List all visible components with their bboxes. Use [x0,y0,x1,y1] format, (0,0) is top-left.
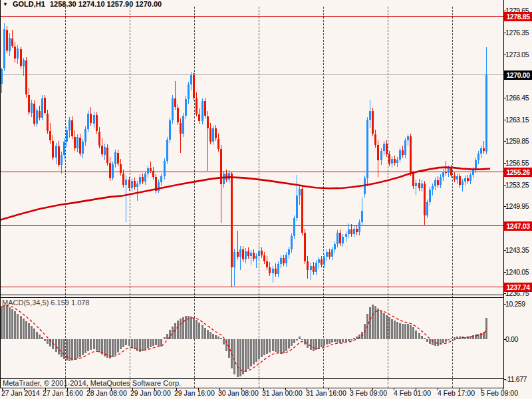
time-axis-label: 28 Jan 08:00 [86,389,127,397]
candle-body [280,258,282,264]
macd-histogram-bar [383,313,385,339]
macd-axis-label: -11.677 [505,375,527,383]
macd-histogram-bar [231,339,233,368]
macd-histogram-bar [475,334,477,339]
candle-body [310,266,312,270]
candle-body [237,252,239,257]
price-level-line[interactable] [0,287,503,287]
macd-histogram-bar [17,314,19,339]
candle-body [432,186,434,190]
candle-body [144,174,146,182]
price-level-line[interactable] [0,172,503,172]
macd-histogram-bar [318,339,320,348]
indicator-label: MACD(5,34,5) 6.159 1.078 [2,299,89,307]
macd-histogram-bar [288,339,290,348]
candle-body [39,111,41,118]
candle-body [250,253,252,256]
price-level-line[interactable] [0,16,503,17]
price-axis-label: 1243.35 [505,246,529,254]
candle-body [263,255,265,261]
price-axis-label: 1240.05 [505,268,529,276]
macd-histogram-bar [166,334,168,339]
candle-body [169,120,171,140]
candle-body [198,114,200,121]
macd-histogram-bar [52,339,54,349]
candle-body [131,181,133,188]
macd-histogram-bar [104,339,106,356]
candle-body [342,237,344,244]
macd-histogram-bar [201,325,203,339]
macd-histogram-bar [280,339,282,354]
candle-body [14,47,16,59]
time-axis-label: 31 Jan 00:00 [262,389,303,397]
candle-body [318,259,320,263]
candle-body [196,98,198,114]
macd-histogram-bar [266,339,268,354]
candle-body [421,184,423,188]
price-axis-label: 1256.55 [505,159,529,167]
candle-body [383,144,385,151]
macd-histogram-bar [31,326,33,339]
macd-histogram-bar [6,305,8,339]
macd-histogram-bar [454,337,456,339]
candle-body [90,114,92,123]
candle-body [464,178,466,182]
candle-wick [311,263,311,280]
macd-histogram-bar [150,339,152,347]
symbol-dropdown-icon[interactable]: ▼ [3,1,8,7]
macd-histogram-bar [41,337,43,339]
macd-histogram-bar [20,316,22,339]
level-price-badge: 1247.03 [504,221,532,231]
macd-histogram-bar [437,339,439,346]
candle-body [467,178,469,181]
candle-body [269,267,271,273]
time-axis-label: 4 Feb 17:00 [438,389,475,397]
candle-body [61,155,63,165]
candle-body [180,123,182,134]
candle-body [356,229,358,232]
macd-histogram-bar [310,339,312,350]
macd-axis-tick [503,379,506,380]
chart-border-left [0,0,1,388]
macd-histogram-bar [263,339,265,355]
time-axis-label: 29 Jan 16:00 [174,389,215,397]
macd-histogram-bar [139,339,141,352]
macd-histogram-bar [106,339,108,358]
candle-body [245,251,247,259]
candle-body [418,183,420,188]
macd-histogram-bar [321,339,323,347]
price-chart-area[interactable] [0,0,532,399]
candle-wick [432,184,433,196]
price-level-line[interactable] [0,225,503,226]
copyright-text: MetaTrader, © 2001-2014, MetaQuotes Soft… [3,379,181,387]
candle-body [36,110,38,124]
chart-border-right [503,0,504,388]
candle-body [228,173,230,180]
candle-body [459,176,461,185]
candle-body [87,114,89,129]
candle-body [469,175,471,181]
macd-histogram-bar [399,323,401,339]
panel-separator-bottom[interactable] [0,297,504,298]
macd-histogram-bar [336,339,338,342]
macd-histogram-bar [36,332,38,339]
macd-histogram-bar [255,339,257,362]
vertical-gridline [130,7,130,388]
macd-histogram-bar [426,339,428,342]
price-axis-tick [503,120,506,120]
candle-wick [483,141,484,154]
macd-histogram-bar [485,318,487,339]
panel-separator-top[interactable] [0,295,504,295]
candle-body [239,249,241,257]
macd-histogram-bar [55,339,57,352]
macd-histogram-bar [125,339,127,345]
candle-body [20,49,22,66]
macd-histogram-bar [84,339,86,353]
candle-body [326,252,328,257]
candle-body [445,172,447,174]
candle-body [283,258,285,263]
macd-histogram-bar [358,334,360,339]
candle-body [339,233,341,244]
macd-histogram-bar [353,338,355,339]
macd-histogram-bar [301,339,303,340]
